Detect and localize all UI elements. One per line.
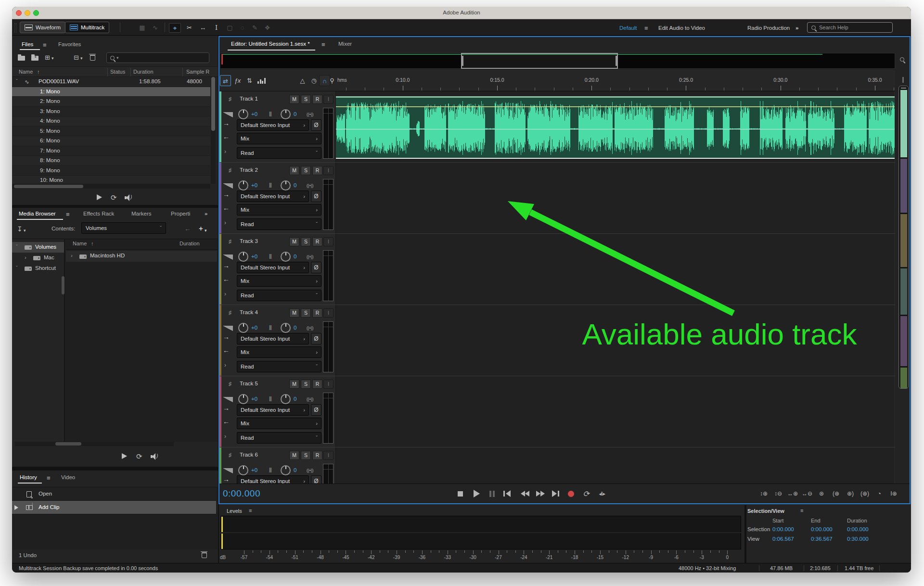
zoom-to-in-point[interactable]: (⊕	[829, 488, 843, 499]
open-file-icon[interactable]	[18, 56, 25, 62]
files-autoplay-button[interactable]: )	[125, 194, 133, 202]
timeline-ruler[interactable]: hms 0:10.00:15.00:20.00:25.00:30.00:35.0	[335, 70, 895, 91]
track-lane[interactable]	[335, 163, 894, 233]
tab-mixer[interactable]: Mixer	[338, 41, 352, 47]
file-channel-row[interactable]: 6: Mono	[12, 136, 210, 146]
reset-zoom[interactable]: ⊛	[815, 488, 828, 499]
levels-menu-icon[interactable]: ≡	[249, 508, 252, 513]
record-button[interactable]	[564, 487, 578, 500]
volume-knob[interactable]	[238, 394, 248, 404]
zoom-in-amplitude[interactable]: ↕⊕	[757, 488, 770, 499]
add-shortcut-icon[interactable]: +	[199, 224, 203, 232]
automation-mode-select[interactable]: Readˇ	[237, 290, 321, 301]
spot-healing-tool[interactable]: ❖	[261, 23, 273, 33]
track-lane[interactable]	[335, 376, 894, 447]
media-autoplay-button[interactable]: )	[151, 453, 159, 461]
workspace-radio-production[interactable]: Radio Production	[747, 25, 790, 31]
pause-button[interactable]	[485, 487, 499, 500]
pan-knob[interactable]	[281, 323, 291, 333]
media-play-button[interactable]	[122, 453, 127, 460]
track-output-select[interactable]: Mix›	[237, 418, 321, 429]
volume-knob[interactable]	[238, 180, 248, 191]
add-shortcut-dropdown-icon[interactable]: ▾	[205, 228, 207, 233]
volume-value[interactable]: +0	[251, 467, 257, 473]
track-lane[interactable]	[335, 447, 894, 484]
panel-tabs-overflow-icon[interactable]: »	[205, 211, 207, 217]
file-channel-row[interactable]: 2: Mono	[12, 97, 210, 107]
navigator-track-segment[interactable]	[900, 159, 907, 213]
mute-button[interactable]: M	[289, 380, 299, 389]
track-expand-chevron[interactable]: ›	[224, 291, 226, 297]
zoom-out-amplitude[interactable]: ↕⊖	[771, 488, 785, 499]
navigator-track-segment[interactable]	[900, 90, 907, 157]
history-menu-icon[interactable]: ≡	[47, 474, 51, 482]
view-start[interactable]: 0:06.567	[772, 536, 794, 542]
file-channel-row[interactable]: 1: Mono	[12, 87, 210, 97]
file-channel-row[interactable]: 5: Mono	[12, 127, 210, 137]
track-lane[interactable]	[335, 305, 894, 376]
editor-menu-icon[interactable]: ≡	[321, 41, 325, 48]
arm-record-button[interactable]: R	[312, 166, 322, 175]
navigator-playhead[interactable]	[221, 54, 223, 64]
monitor-input-button[interactable]: I	[323, 166, 334, 175]
zoom-to-out-point[interactable]: ⊕)	[844, 488, 857, 499]
slip-tool[interactable]: ↔	[197, 23, 209, 33]
ruler-unit[interactable]: hms	[337, 77, 347, 83]
mute-button[interactable]: M	[289, 95, 299, 104]
move-tool[interactable]: ⌖	[169, 23, 181, 33]
timed-record-settings[interactable]: ◔	[873, 488, 886, 499]
track-lane[interactable]	[335, 91, 894, 162]
marquee-selection-tool[interactable]: ▢	[224, 23, 236, 33]
files-hscrollbar[interactable]	[12, 184, 210, 189]
selection-duration[interactable]: 0:00.000	[847, 526, 869, 532]
tree-splitter-handle[interactable]	[62, 276, 64, 294]
drive-name[interactable]: Macintosh HD	[90, 253, 125, 258]
workspace-edit-audio-to-video[interactable]: Edit Audio to Video	[658, 25, 705, 31]
track-output-select[interactable]: Mix›	[237, 275, 321, 287]
monitor-input-button[interactable]: I	[323, 380, 334, 389]
track-lane[interactable]	[335, 234, 894, 305]
track-output-select[interactable]: Mix›	[237, 133, 321, 144]
pan-knob[interactable]	[281, 252, 291, 262]
pan-knob[interactable]	[281, 109, 291, 119]
track-color-strip[interactable]	[219, 234, 221, 305]
track-navigator-strip[interactable]	[898, 86, 909, 389]
track-expand-chevron[interactable]: ›	[224, 433, 226, 440]
tab-files[interactable]: Files	[22, 41, 33, 47]
paintbrush-tool[interactable]: ✎	[249, 23, 261, 33]
workspace-default[interactable]: Default	[619, 25, 637, 31]
zoom-in-time[interactable]: ↔⊕	[786, 488, 799, 499]
view-end[interactable]: 0:36.567	[811, 536, 833, 542]
arm-record-button[interactable]: R	[312, 308, 322, 318]
phase-toggle-button[interactable]: Ø	[311, 404, 321, 416]
volume-knob[interactable]	[238, 323, 248, 333]
navigator-track-segment[interactable]	[900, 214, 907, 267]
insert-into-multitrack-icon[interactable]: ⊟	[74, 54, 79, 61]
tab-editor[interactable]: Editor: Untitled Session 1.sesx *	[231, 41, 310, 47]
history-item-add-clip[interactable]: Add Clip	[12, 501, 216, 514]
clear-history-icon[interactable]	[202, 552, 207, 559]
play-button[interactable]	[470, 487, 483, 500]
track-name[interactable]: Track 2	[240, 167, 258, 173]
volume-knob[interactable]	[238, 109, 248, 119]
skip-to-start-button[interactable]	[500, 487, 514, 500]
files-scrollbar[interactable]	[211, 77, 216, 184]
volume-value[interactable]: +0	[251, 182, 257, 188]
tab-media-browser[interactable]: Media Browser	[19, 211, 56, 217]
pan-value[interactable]: 0	[294, 467, 296, 473]
track-color-strip[interactable]	[219, 91, 221, 162]
tree-item-macintosh-hd[interactable]: › Mac	[12, 253, 64, 263]
file-channel-row[interactable]: 3: Mono	[12, 107, 210, 117]
file-name[interactable]: POD00011.WAV	[38, 78, 79, 84]
phase-toggle-button[interactable]: Ø	[311, 333, 321, 344]
metering-icon[interactable]	[255, 75, 266, 86]
skip-to-end-button[interactable]	[549, 487, 562, 500]
file-channel-row[interactable]: 4: Mono	[12, 116, 210, 127]
track-name[interactable]: Track 6	[240, 452, 258, 458]
media-import-icon[interactable]: ↧	[17, 225, 23, 233]
arm-record-button[interactable]: R	[312, 95, 322, 104]
files-hscrollbar-thumb[interactable]	[14, 185, 83, 188]
volume-value[interactable]: +0	[251, 396, 257, 402]
mute-button[interactable]: M	[289, 308, 299, 318]
navigator-track-segment[interactable]	[900, 368, 907, 389]
